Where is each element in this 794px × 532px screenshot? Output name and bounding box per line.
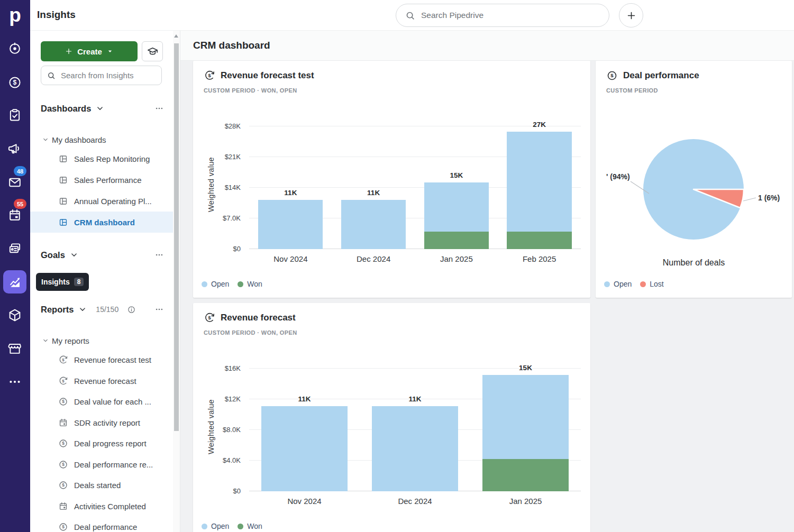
dashboard-header-title: CRM dashboard [193,40,270,51]
sidebar-item-label: Deal performance [74,522,137,531]
pie-open-label: ' (94%) [606,172,630,181]
sidebar-list-item[interactable]: $Revenue forecast [30,371,173,392]
legend-dot-icon [238,281,243,287]
legend-dot-icon [202,281,207,287]
sidebar-list-item[interactable]: Activities Completed [30,496,173,517]
sidebar-list-item[interactable]: $Deal performance [30,517,173,532]
reports-list: $Revenue forecast test$Revenue forecast$… [30,350,173,532]
chevron-down-icon[interactable] [78,305,87,314]
page-title: Insights [37,9,76,21]
svg-text:$: $ [62,462,65,467]
global-search-placeholder: Search Pipedrive [421,11,483,20]
y-tick-label: $21K [225,153,241,161]
bar-segment-won[interactable] [482,459,569,491]
sidebar-list-item[interactable]: $Deal performance re... [30,454,173,475]
calendar-icon[interactable] [7,208,22,223]
x-tick-label: Nov 2024 [249,254,332,263]
y-axis-ticks: $0$7.0K$14K$21K$28K [193,120,245,249]
legend-item[interactable]: Open [202,280,229,288]
grid-icon [58,217,68,227]
sidebar-list-item[interactable]: $Deal progress report [30,433,173,454]
chevron-down-icon[interactable] [95,104,105,113]
svg-text:$: $ [62,379,65,383]
x-tick-label: Jan 2025 [470,497,581,506]
products-icon[interactable] [7,308,22,323]
bar-segment-open[interactable] [261,406,348,491]
x-axis-labels: Nov 2024Dec 2024Jan 2025 [249,497,581,507]
scrollbar-thumb[interactable] [174,43,179,431]
leads-icon[interactable] [7,41,22,56]
svg-text:$: $ [208,73,211,78]
card-title[interactable]: Revenue forecast test [221,70,314,81]
my-reports-group[interactable]: My reports [42,335,89,346]
legend-item[interactable]: Lost [640,280,663,288]
info-icon[interactable] [127,305,136,314]
sidebar-list-item[interactable]: CRM dashboard [30,212,173,233]
svg-text:$: $ [62,525,65,530]
sidebar-list-item[interactable]: SDR activity report [30,412,173,434]
mail-icon[interactable] [7,175,22,190]
sidebar-list-item[interactable]: $Deals started [30,475,173,496]
sidebar-list-item[interactable]: $Deal value for each ... [30,391,173,412]
legend-item[interactable]: Won [238,522,262,530]
deals-icon[interactable]: $ [7,75,22,90]
goals-title: Goals [41,250,65,260]
insights-tooltip: Insights 8 [36,273,89,291]
sidebar-scrollbar[interactable] [173,31,180,532]
tooltip-badge: 8 [74,278,84,286]
svg-text:$: $ [208,315,211,320]
legend-item[interactable]: Won [238,280,262,288]
calendar-icon [58,501,68,511]
bar-segment-won[interactable] [507,232,571,249]
bar-segment-open[interactable] [341,200,406,249]
legend-item[interactable]: Open [604,280,632,288]
bar-total-label: 15K [470,364,581,372]
scroll-up-arrow-icon[interactable] [174,34,178,38]
marketplace-icon[interactable] [7,341,22,356]
reports-title: Reports [41,305,74,315]
sidebar-list-item[interactable]: Annual Operating Pl... [30,190,173,212]
sidebar-list-item[interactable]: Sales Performance [30,169,173,190]
sidebar-item-label: SDR activity report [74,418,140,427]
bar-segment-open[interactable] [258,200,323,249]
report-card-revenue-forecast-test: $ Revenue forecast test CUSTOM PERIOD · … [193,61,590,298]
legend-item[interactable]: Open [202,522,229,530]
sidebar-list-item[interactable]: $Revenue forecast test [30,350,173,371]
insights-search-input[interactable]: Search from Insights [41,66,162,85]
dashboards-more-icon[interactable] [154,104,164,113]
chevron-down-icon[interactable] [69,250,79,260]
bar-segment-won[interactable] [424,232,489,249]
legend-label: Open [211,522,229,530]
sidebar-item-label: Deals started [74,481,121,490]
activities-clipboard-icon[interactable] [7,108,22,123]
more-dots-icon[interactable] [7,374,22,389]
quick-add-button[interactable] [619,3,643,27]
sidebar-item-label: Deal performance re... [74,460,153,469]
contacts-icon[interactable] [7,241,22,256]
my-dashboards-group[interactable]: My dashboards [42,134,106,145]
goals-more-icon[interactable] [154,250,164,260]
sidebar-item-label: Deal value for each ... [74,397,151,406]
global-search-input[interactable]: Search Pipedrive [396,4,609,27]
pipedrive-logo[interactable]: p [0,3,30,27]
y-tick-label: $16K [225,364,241,372]
bar-segment-open[interactable] [372,406,458,491]
dashboards-title: Dashboards [41,104,91,114]
reports-more-icon[interactable] [154,305,164,314]
card-title[interactable]: Revenue forecast [221,313,296,323]
insights-search-placeholder: Search from Insights [61,71,134,80]
campaigns-megaphone-icon[interactable] [7,141,22,156]
my-dashboards-label: My dashboards [52,135,106,144]
dollar-icon: $ [58,438,68,448]
y-tick-label: $12K [225,395,241,403]
pie-lost-label: 1 (6%) [758,194,780,202]
bar-segment-open[interactable] [482,375,569,460]
caret-down-icon [106,48,114,55]
insights-nav-active[interactable] [3,270,26,293]
bar-segment-open[interactable] [507,132,571,232]
x-tick-label: Dec 2024 [360,497,470,506]
learn-button[interactable] [142,41,163,61]
sidebar-list-item[interactable]: Sales Rep Monitoring [30,148,173,169]
create-button[interactable]: Create [41,41,138,61]
bar-segment-open[interactable] [424,182,489,232]
